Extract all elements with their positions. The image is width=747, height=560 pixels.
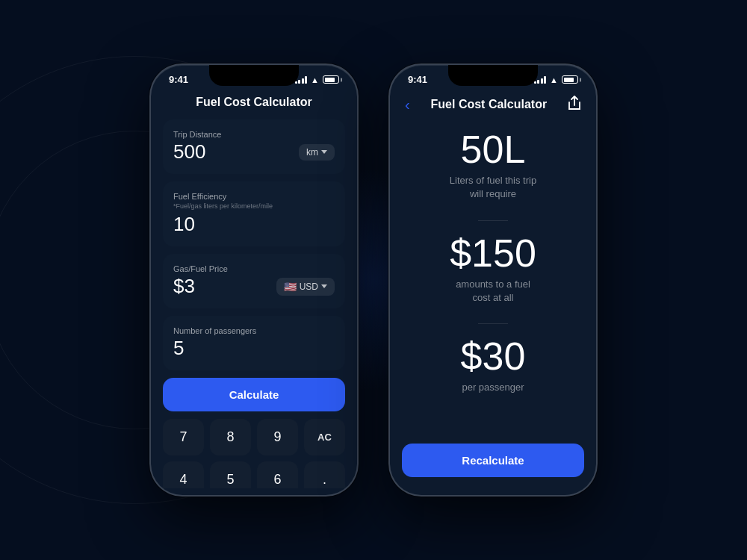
phone1-content: Fuel Cost Calculator Trip Distance 500 k… <box>151 90 357 488</box>
key-4[interactable]: 4 <box>163 461 204 488</box>
gas-price-unit-label: USD <box>300 281 318 292</box>
fuel-efficiency-card: Fuel Efficiency *Fuel/gas liters per kil… <box>163 181 345 246</box>
result-cost-value: $150 <box>450 232 536 275</box>
numpad: 7 8 9 AC 4 5 6 . 1 2 3 <box>163 419 345 488</box>
key-5[interactable]: 5 <box>210 461 251 488</box>
wifi-icon-1: ▲ <box>311 75 319 84</box>
key-ac[interactable]: AC <box>304 419 345 455</box>
status-time-1: 9:41 <box>169 74 188 85</box>
status-icons-1: ▲ <box>295 75 339 84</box>
phone-results: 9:41 ▲ ‹ Fuel Cost Calculator <box>388 63 598 497</box>
key-9[interactable]: 9 <box>257 419 298 455</box>
result-cost-label: amounts to a fuelcost at all <box>450 278 536 305</box>
key-7[interactable]: 7 <box>163 419 204 455</box>
result-per-passenger-value: $30 <box>461 335 526 378</box>
chevron-down-icon-usd <box>321 284 327 288</box>
fuel-efficiency-row: 10 <box>173 213 335 236</box>
result-divider-1 <box>478 220 508 221</box>
wifi-icon-2: ▲ <box>550 75 558 84</box>
result-liters-label: Liters of fuel this tripwill require <box>450 174 536 201</box>
status-icons-2: ▲ <box>534 75 578 84</box>
chevron-down-icon-km <box>321 150 327 154</box>
key-8[interactable]: 8 <box>210 419 251 455</box>
gas-price-card: Gas/Fuel Price $3 🇺🇸 USD <box>163 254 345 308</box>
phones-container: 9:41 ▲ Fuel Cost Calculator Trip Distanc… <box>149 63 598 497</box>
gas-price-unit-selector[interactable]: 🇺🇸 USD <box>276 278 335 296</box>
notch-1 <box>209 65 299 86</box>
battery-fill-2 <box>564 78 574 82</box>
passengers-label: Number of passengers <box>173 326 335 335</box>
back-button[interactable]: ‹ <box>405 96 410 113</box>
phone-input: 9:41 ▲ Fuel Cost Calculator Trip Distanc… <box>149 63 359 497</box>
result-per-passenger: $30 per passenger <box>461 335 526 394</box>
result-per-passenger-label: per passenger <box>461 381 526 394</box>
trip-distance-unit-label: km <box>306 147 318 158</box>
nav-bar: ‹ Fuel Cost Calculator <box>390 90 596 121</box>
passengers-value[interactable]: 5 <box>173 337 184 360</box>
fuel-efficiency-sublabel: *Fuel/gas liters per kilometer/mile <box>173 202 335 210</box>
calculate-button[interactable]: Calculate <box>163 378 345 411</box>
notch-2 <box>448 65 538 86</box>
fuel-efficiency-label: Fuel Efficiency <box>173 192 335 201</box>
trip-distance-row: 500 km <box>173 140 335 164</box>
nav-title: Fuel Cost Calculator <box>431 98 548 111</box>
status-time-2: 9:41 <box>408 74 427 85</box>
battery-fill-1 <box>325 78 335 82</box>
passengers-row: 5 <box>173 337 335 360</box>
gas-price-label: Gas/Fuel Price <box>173 264 335 273</box>
trip-distance-value[interactable]: 500 <box>173 140 205 164</box>
trip-distance-label: Trip Distance <box>173 130 335 139</box>
fuel-efficiency-value[interactable]: 10 <box>173 213 195 236</box>
app-title-1: Fuel Cost Calculator <box>163 90 345 119</box>
gas-price-row: $3 🇺🇸 USD <box>173 275 335 298</box>
gas-price-value[interactable]: $3 <box>173 275 195 298</box>
passengers-card: Number of passengers 5 <box>163 316 345 370</box>
key-6[interactable]: 6 <box>257 461 298 488</box>
trip-distance-card: Trip Distance 500 km <box>163 119 345 174</box>
result-liters-value: 50L <box>450 128 536 171</box>
flag-icon: 🇺🇸 <box>284 281 297 293</box>
result-cost: $150 amounts to a fuelcost at all <box>450 232 536 305</box>
battery-icon-1 <box>323 75 339 84</box>
key-dot[interactable]: . <box>304 461 345 488</box>
result-liters: 50L Liters of fuel this tripwill require <box>450 128 536 202</box>
share-button[interactable] <box>568 96 581 113</box>
recalculate-button[interactable]: Recalculate <box>402 444 584 477</box>
results-content: 50L Liters of fuel this tripwill require… <box>390 121 596 410</box>
battery-icon-2 <box>562 75 578 84</box>
share-icon <box>568 96 581 111</box>
trip-distance-unit-selector[interactable]: km <box>299 144 335 161</box>
result-divider-2 <box>478 323 508 324</box>
